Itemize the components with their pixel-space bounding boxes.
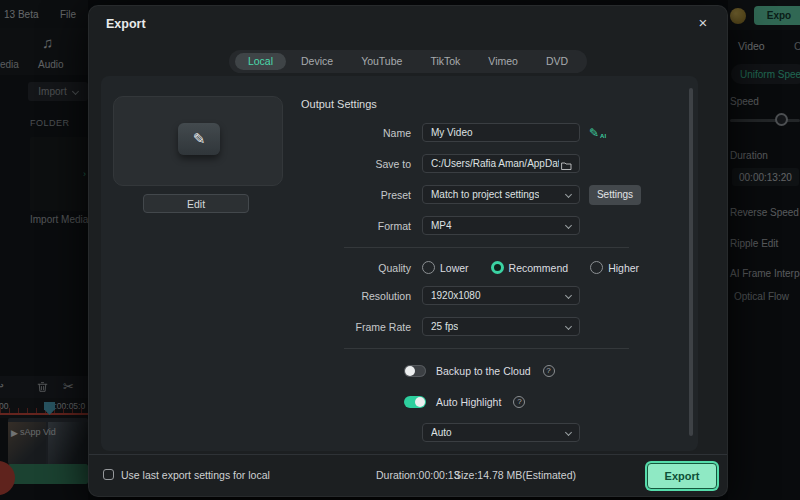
divider [344,247,629,248]
help-icon[interactable]: ? [513,396,525,408]
toggle-knob [405,366,415,376]
radio-icon[interactable] [590,261,603,274]
chevron-down-icon [565,323,572,330]
tab-youtube[interactable]: YouTube [348,53,415,70]
quality-option-higher[interactable]: Higher [590,261,639,274]
tab-tiktok[interactable]: TikTok [417,53,473,70]
tab-device[interactable]: Device [288,53,346,70]
export-tab-bar: LocalDeviceYouTubeTikTokVimeoDVD [229,50,587,73]
toggle-knob [415,397,425,407]
quality-option-recommend[interactable]: Recommend [491,261,569,274]
preset-label: Preset [101,189,411,201]
frame-rate-label: Frame Rate [101,321,411,333]
chevron-down-icon [565,429,572,436]
use-last-settings-checkbox[interactable] [103,469,114,480]
app-window: 13 Beta File ♫ edia Audio Import FOLDER … [0,0,800,500]
dialog-title: Export [106,17,146,31]
chevron-down-icon [565,191,572,198]
resolution-dropdown[interactable]: 1920x1080 [422,286,580,305]
close-icon[interactable]: × [693,12,713,32]
auto-highlight-toggle[interactable] [404,396,426,408]
quality-option-lower[interactable]: Lower [422,261,469,274]
tab-vimeo[interactable]: Vimeo [475,53,531,70]
backup-cloud-label: Backup to the Cloud [436,365,531,377]
export-settings-panel: ✎ Edit Output Settings Name My Video ✎AI… [101,76,698,451]
save-to-input[interactable]: C:/Users/Rafia Aman/AppData [422,154,580,173]
use-last-settings-label: Use last export settings for local [121,469,270,481]
output-settings-title: Output Settings [301,98,377,110]
quality-options: LowerRecommendHigher [422,261,639,274]
dialog-footer: Use last export settings for local Durat… [89,454,727,496]
ai-rename-icon[interactable]: ✎AI [589,126,606,140]
settings-button[interactable]: Settings [589,185,641,205]
divider [344,348,629,349]
preset-dropdown[interactable]: Match to project settings [422,185,580,204]
folder-icon[interactable] [560,158,573,173]
footer-size: Size:14.78 MB(Estimated) [454,469,576,481]
radio-icon[interactable] [491,261,504,274]
export-dialog: Export × LocalDeviceYouTubeTikTokVimeoDV… [88,5,728,497]
chevron-down-icon [565,222,572,229]
auto-highlight-dropdown[interactable]: Auto [422,423,580,442]
backup-cloud-toggle[interactable] [404,365,426,377]
name-input[interactable]: My Video [422,123,580,142]
tab-dvd[interactable]: DVD [533,53,581,70]
chevron-down-icon [565,292,572,299]
footer-duration: Duration:00:00:13 [376,469,459,481]
quality-label: Quality [101,262,411,274]
help-icon[interactable]: ? [543,365,555,377]
frame-rate-dropdown[interactable]: 25 fps [422,317,580,336]
save-to-label: Save to [101,158,411,170]
tab-local[interactable]: Local [235,53,286,70]
auto-highlight-label: Auto Highlight [436,396,501,408]
export-button[interactable]: Export [647,463,717,489]
name-label: Name [101,127,411,139]
format-label: Format [101,220,411,232]
format-dropdown[interactable]: MP4 [422,216,580,235]
radio-icon[interactable] [422,261,435,274]
resolution-label: Resolution [101,290,411,302]
